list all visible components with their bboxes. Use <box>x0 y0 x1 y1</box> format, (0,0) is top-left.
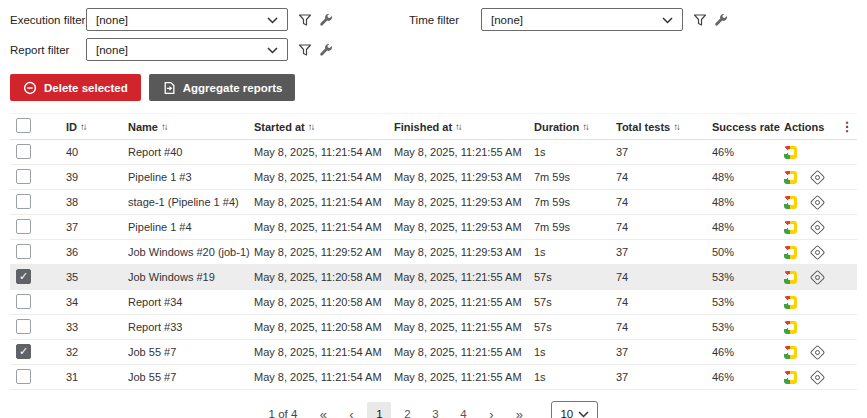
row-checkbox[interactable] <box>16 269 31 284</box>
delete-selected-button[interactable]: Delete selected <box>10 74 141 101</box>
filter-funnel-icon[interactable] <box>693 13 707 27</box>
column-header-finished[interactable]: Finished at↑↓ <box>378 121 518 133</box>
time-filter-select[interactable]: [none] <box>481 8 683 31</box>
column-label-started: Started at <box>254 121 305 133</box>
table-row[interactable]: 39Pipeline 1 #3May 8, 2025, 11:21:54 AMM… <box>10 165 857 190</box>
sort-icon[interactable]: ↑↓ <box>455 121 461 132</box>
table-row[interactable]: 33Report #33May 8, 2025, 11:20:58 AMMay … <box>10 315 857 340</box>
execution-details-icon[interactable] <box>809 269 825 285</box>
pagination: 1 of 4 « ‹ 1234 › » 10 <box>10 401 857 418</box>
cell-success: 46% <box>696 146 780 158</box>
page-button-4[interactable]: 4 <box>451 402 475 418</box>
column-header-name[interactable]: Name↑↓ <box>112 121 238 133</box>
row-checkbox[interactable] <box>16 144 31 159</box>
row-select-cell <box>10 269 50 286</box>
page-button-2[interactable]: 2 <box>395 402 419 418</box>
execution-details-icon[interactable] <box>809 219 825 235</box>
row-checkbox[interactable] <box>16 194 31 209</box>
open-report-chart-icon[interactable] <box>784 171 797 184</box>
toolbar: Delete selected Aggregate reports <box>10 74 857 101</box>
filter-wrench-icon[interactable] <box>319 43 333 57</box>
cell-actions <box>780 296 837 309</box>
filter-funnel-icon[interactable] <box>298 43 312 57</box>
table-row[interactable]: 37Pipeline 1 #4May 8, 2025, 11:21:54 AMM… <box>10 215 857 240</box>
open-report-chart-icon[interactable] <box>784 146 797 159</box>
open-report-chart-icon[interactable] <box>784 296 797 309</box>
row-checkbox[interactable] <box>16 219 31 234</box>
column-header-duration[interactable]: Duration↑↓ <box>518 121 608 133</box>
column-header-id[interactable]: ID↑↓ <box>50 121 112 133</box>
cell-finished: May 8, 2025, 11:21:55 AM <box>378 146 518 158</box>
select-all-checkbox[interactable] <box>16 118 31 133</box>
sort-icon[interactable]: ↑↓ <box>308 121 314 132</box>
table-row[interactable]: 35Job Windows #19May 8, 2025, 11:20:58 A… <box>10 265 857 290</box>
execution-details-icon[interactable] <box>809 169 825 185</box>
cell-finished: May 8, 2025, 11:29:53 AM <box>378 171 518 183</box>
execution-details-icon[interactable] <box>809 344 825 360</box>
filter-wrench-icon[interactable] <box>714 13 728 27</box>
row-checkbox[interactable] <box>16 319 31 334</box>
diamond-dot <box>815 275 820 280</box>
kebab-menu-icon[interactable]: ⋮ <box>837 119 857 134</box>
cell-success: 46% <box>696 346 780 358</box>
reports-table: ID↑↓Name↑↓Started at↑↓Finished at↑↓Durat… <box>10 113 857 390</box>
cell-id: 40 <box>50 146 112 158</box>
open-report-chart-icon[interactable] <box>784 246 797 259</box>
table-body: 40Report #40May 8, 2025, 11:21:54 AMMay … <box>10 140 857 390</box>
last-page-button[interactable]: » <box>507 402 531 418</box>
cell-total: 74 <box>608 271 696 283</box>
cell-success: 53% <box>696 321 780 333</box>
sort-icon[interactable]: ↑↓ <box>673 121 679 132</box>
page-button-1[interactable]: 1 <box>367 402 391 418</box>
cell-success: 53% <box>696 296 780 308</box>
column-label-name: Name <box>128 121 158 133</box>
aggregate-reports-button[interactable]: Aggregate reports <box>149 74 296 101</box>
row-select-cell <box>10 319 50 336</box>
open-report-chart-icon[interactable] <box>784 346 797 359</box>
sort-icon[interactable]: ↑↓ <box>161 121 167 132</box>
execution-details-icon[interactable] <box>809 369 825 385</box>
filter-funnel-icon[interactable] <box>298 13 312 27</box>
page-size-select[interactable]: 10 <box>551 401 598 418</box>
table-row[interactable]: 31Job 55 #7May 8, 2025, 11:21:54 AMMay 8… <box>10 365 857 390</box>
open-report-chart-icon[interactable] <box>784 321 797 334</box>
cell-duration: 1s <box>518 371 608 383</box>
row-checkbox[interactable] <box>16 344 31 359</box>
column-header-total[interactable]: Total tests↑↓ <box>608 121 696 133</box>
cell-success: 50% <box>696 246 780 258</box>
table-row[interactable]: 38stage-1 (Pipeline 1 #4)May 8, 2025, 11… <box>10 190 857 215</box>
cell-name: stage-1 (Pipeline 1 #4) <box>112 196 238 208</box>
prev-page-button[interactable]: ‹ <box>339 402 363 418</box>
first-page-button[interactable]: « <box>311 402 335 418</box>
table-row[interactable]: 32Job 55 #7May 8, 2025, 11:21:54 AMMay 8… <box>10 340 857 365</box>
cell-duration: 57s <box>518 296 608 308</box>
sort-icon[interactable]: ↑↓ <box>582 121 588 132</box>
open-report-chart-icon[interactable] <box>784 221 797 234</box>
open-report-chart-icon[interactable] <box>784 271 797 284</box>
table-row[interactable]: 34Report #34May 8, 2025, 11:20:58 AMMay … <box>10 290 857 315</box>
next-page-button[interactable]: › <box>479 402 503 418</box>
table-row[interactable]: 36Job Windows #20 (job-1)May 8, 2025, 11… <box>10 240 857 265</box>
row-checkbox[interactable] <box>16 369 31 384</box>
sort-icon[interactable]: ↑↓ <box>80 121 86 132</box>
row-checkbox[interactable] <box>16 294 31 309</box>
row-checkbox[interactable] <box>16 169 31 184</box>
open-report-chart-icon[interactable] <box>784 371 797 384</box>
cell-total: 74 <box>608 321 696 333</box>
cell-id: 34 <box>50 296 112 308</box>
open-report-chart-icon[interactable] <box>784 196 797 209</box>
filter-wrench-icon[interactable] <box>319 13 333 27</box>
execution-filter-select[interactable]: [none] <box>86 8 288 31</box>
cell-id: 31 <box>50 371 112 383</box>
column-header-started[interactable]: Started at↑↓ <box>238 121 378 133</box>
chevron-down-icon <box>578 408 589 418</box>
execution-details-icon[interactable] <box>809 244 825 260</box>
diamond-dot <box>815 175 820 180</box>
execution-details-icon[interactable] <box>809 194 825 210</box>
row-checkbox[interactable] <box>16 244 31 259</box>
page-button-3[interactable]: 3 <box>423 402 447 418</box>
cell-actions <box>780 321 837 334</box>
report-filter-select[interactable]: [none] <box>86 38 288 61</box>
report-filter-row: Report filter [none] <box>10 38 333 61</box>
table-row[interactable]: 40Report #40May 8, 2025, 11:21:54 AMMay … <box>10 140 857 165</box>
